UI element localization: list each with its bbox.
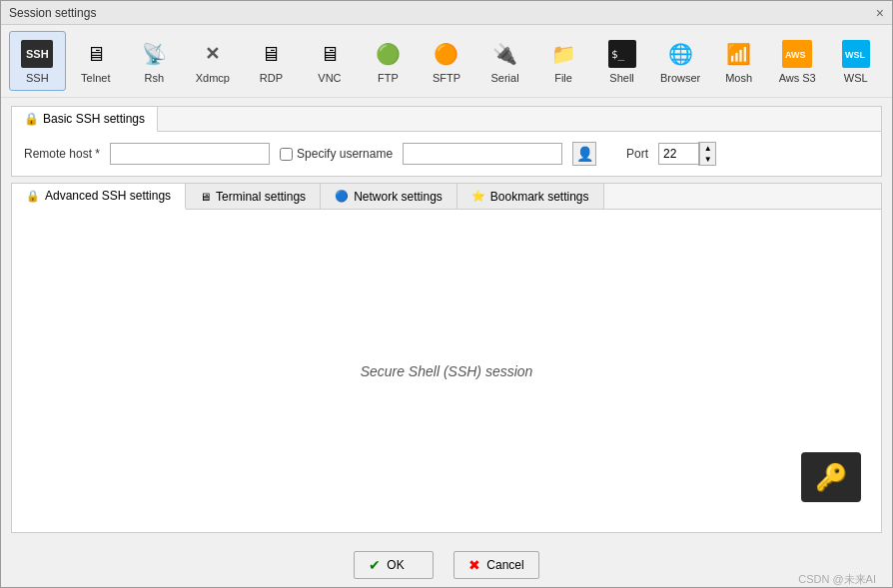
tab-bookmark[interactable]: ⭐ Bookmark settings — [457, 184, 604, 209]
protocol-sftp[interactable]: 🟠 SFTP — [419, 31, 475, 91]
advanced-tab-header: 🔒 Advanced SSH settings 🖥 Terminal setti… — [12, 184, 881, 210]
port-row: ▲ ▼ — [658, 142, 716, 166]
shell-icon: $_ — [606, 38, 638, 70]
specify-username-row: Specify username — [280, 147, 393, 161]
tab-terminal-label: Terminal settings — [216, 190, 306, 204]
basic-tab-header: 🔒 Basic SSH settings — [12, 107, 881, 132]
network-icon: 🔵 — [335, 190, 349, 203]
protocol-xdmcp[interactable]: ✕ Xdmcp — [185, 31, 242, 91]
svg-text:AWS: AWS — [785, 50, 806, 60]
basic-ssh-panel: 🔒 Basic SSH settings Remote host * Speci… — [11, 106, 882, 177]
protocol-ssh[interactable]: SSH SSH — [9, 31, 66, 91]
user-manager-button[interactable]: 👤 — [572, 142, 596, 166]
main-content-area: Secure Shell (SSH) session 🔑 — [12, 210, 881, 532]
protocol-wsl-label: WSL — [844, 72, 868, 84]
protocol-wsl[interactable]: WSL WSL — [827, 31, 884, 91]
protocol-serial[interactable]: 🔌 Serial — [476, 31, 533, 91]
cancel-icon: ✖ — [468, 557, 480, 573]
protocol-ssh-label: SSH — [26, 72, 49, 84]
advanced-ssh-icon: 🔒 — [26, 190, 40, 203]
watermark: CSDN @未来AI — [798, 572, 876, 587]
protocol-rsh-label: Rsh — [145, 72, 165, 84]
protocol-browser[interactable]: 🌐 Browser — [652, 31, 709, 91]
protocol-rdp[interactable]: 🖥 RDP — [243, 31, 300, 91]
username-input[interactable] — [403, 143, 562, 165]
tab-advanced-ssh-label: Advanced SSH settings — [45, 189, 171, 203]
telnet-icon: 🖥 — [80, 38, 112, 70]
protocol-mosh[interactable]: 📶 Mosh — [710, 31, 767, 91]
tab-bookmark-label: Bookmark settings — [490, 190, 589, 204]
svg-text:WSL: WSL — [845, 50, 865, 60]
advanced-tab-area: 🔒 Advanced SSH settings 🖥 Terminal setti… — [11, 183, 882, 533]
protocol-telnet-label: Telnet — [81, 72, 110, 84]
protocol-shell-label: Shell — [609, 72, 633, 84]
serial-icon: 🔌 — [489, 38, 521, 70]
bookmark-icon: ⭐ — [471, 190, 485, 203]
port-decrement-button[interactable]: ▼ — [699, 154, 715, 165]
key-icon: 🔑 — [815, 462, 847, 493]
svg-text:$_: $_ — [611, 48, 625, 61]
protocol-shell[interactable]: $_ Shell — [593, 31, 650, 91]
browser-icon: 🌐 — [664, 38, 696, 70]
protocol-browser-label: Browser — [660, 72, 700, 84]
window-title: Session settings — [9, 6, 96, 20]
tab-network[interactable]: 🔵 Network settings — [321, 184, 457, 209]
file-icon: 📁 — [547, 38, 579, 70]
specify-username-checkbox[interactable] — [280, 148, 293, 161]
protocol-bar: SSH SSH 🖥 Telnet 📡 Rsh ✕ Xdmcp 🖥 RDP 🖥 V… — [1, 25, 892, 98]
ssh-description: Secure Shell (SSH) session — [361, 363, 533, 379]
port-input[interactable] — [658, 143, 698, 165]
port-increment-button[interactable]: ▲ — [699, 143, 715, 154]
ok-icon: ✔ — [369, 557, 381, 573]
protocol-mosh-label: Mosh — [725, 72, 752, 84]
protocol-awss3-label: Aws S3 — [779, 72, 816, 84]
protocol-rsh[interactable]: 📡 Rsh — [126, 31, 183, 91]
protocol-serial-label: Serial — [490, 72, 518, 84]
protocol-awss3[interactable]: AWS Aws S3 — [769, 31, 826, 91]
title-bar: Session settings × — [1, 1, 892, 25]
tab-basic-ssh[interactable]: 🔒 Basic SSH settings — [12, 107, 158, 132]
close-button[interactable]: × — [876, 6, 884, 20]
protocol-vnc-label: VNC — [318, 72, 341, 84]
tab-advanced-ssh[interactable]: 🔒 Advanced SSH settings — [12, 184, 186, 210]
protocol-telnet[interactable]: 🖥 Telnet — [68, 31, 125, 91]
protocol-xdmcp-label: Xdmcp — [196, 72, 230, 84]
protocol-ftp-label: FTP — [378, 72, 399, 84]
basic-ssh-icon: 🔒 — [24, 112, 39, 126]
session-settings-window: Session settings × SSH SSH 🖥 Telnet 📡 Rs… — [0, 0, 893, 588]
basic-ssh-content: Remote host * Specify username 👤 Port — [12, 132, 881, 176]
port-spinner: ▲ ▼ — [698, 142, 716, 166]
tab-network-label: Network settings — [354, 190, 443, 204]
terminal-icon: 🖥 — [200, 191, 211, 203]
xdmcp-icon: ✕ — [197, 38, 229, 70]
tab-basic-ssh-label: Basic SSH settings — [43, 112, 145, 126]
vnc-icon: 🖥 — [314, 38, 346, 70]
sftp-icon: 🟠 — [431, 38, 462, 70]
remote-host-input[interactable] — [110, 143, 270, 165]
ssh-key-icon-box: 🔑 — [801, 452, 861, 502]
ftp-icon: 🟢 — [372, 38, 404, 70]
protocol-vnc[interactable]: 🖥 VNC — [302, 31, 359, 91]
awss3-icon: AWS — [781, 38, 813, 70]
rsh-icon: 📡 — [138, 38, 170, 70]
protocol-file-label: File — [554, 72, 572, 84]
ssh-icon: SSH — [21, 38, 53, 70]
rdp-icon: 🖥 — [255, 38, 287, 70]
ok-button[interactable]: ✔ OK — [354, 551, 434, 579]
tab-terminal[interactable]: 🖥 Terminal settings — [186, 184, 321, 209]
protocol-sftp-label: SFTP — [433, 72, 460, 84]
cancel-button[interactable]: ✖ Cancel — [453, 551, 538, 579]
protocol-file[interactable]: 📁 File — [535, 31, 592, 91]
protocol-rdp-label: RDP — [260, 72, 283, 84]
port-label: Port — [626, 147, 648, 161]
mosh-icon: 📶 — [723, 38, 755, 70]
protocol-ftp[interactable]: 🟢 FTP — [360, 31, 417, 91]
cancel-label: Cancel — [486, 558, 523, 572]
content-area: 🔒 Basic SSH settings Remote host * Speci… — [1, 98, 892, 541]
specify-username-label: Specify username — [297, 147, 393, 161]
wsl-icon: WSL — [840, 38, 872, 70]
user-icon: 👤 — [576, 146, 593, 162]
remote-host-label: Remote host * — [24, 147, 100, 161]
basic-ssh-form-row: Remote host * Specify username 👤 Port — [24, 142, 869, 166]
bottom-bar: ✔ OK ✖ Cancel CSDN @未来AI — [1, 541, 892, 587]
